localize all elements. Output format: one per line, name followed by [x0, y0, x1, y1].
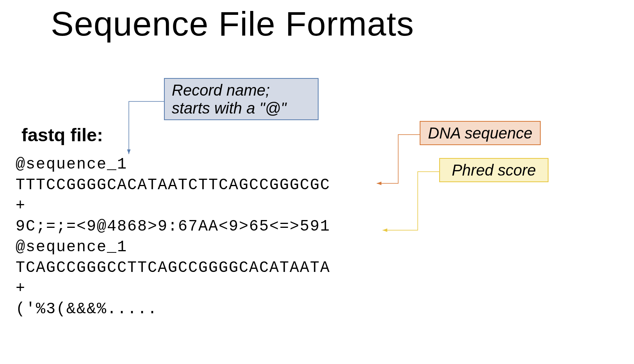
fastq-plus-2: + [16, 280, 26, 297]
fastq-sequence-2: TCAGCCGGGCCTTCAGCCGGGGCACATAATA [16, 259, 330, 277]
slide-title: Sequence File Formats [51, 4, 414, 44]
subtitle-fastq: fastq file: [21, 124, 103, 146]
callout-record-name: Record name; starts with a "@" [164, 78, 319, 120]
fastq-quality-1: 9C;=;=<9@4868>9:67AA<9>65<=>591 [16, 218, 330, 235]
fastq-header-2: @sequence_1 [16, 238, 127, 256]
callout-phred-score: Phred score [439, 158, 549, 182]
fastq-sequence-1: TTTCCGGGGCACATAATCTTCAGCCGGGCGC [16, 176, 330, 194]
fastq-plus-1: + [16, 197, 26, 215]
fastq-header-1: @sequence_1 [16, 156, 127, 173]
callout-dna-sequence: DNA sequence [420, 121, 541, 145]
fastq-quality-2: ('%3(&&&%..... [16, 300, 158, 318]
fastq-code-block: @sequence_1 TTTCCGGGGCACATAATCTTCAGCCGGG… [16, 154, 330, 320]
